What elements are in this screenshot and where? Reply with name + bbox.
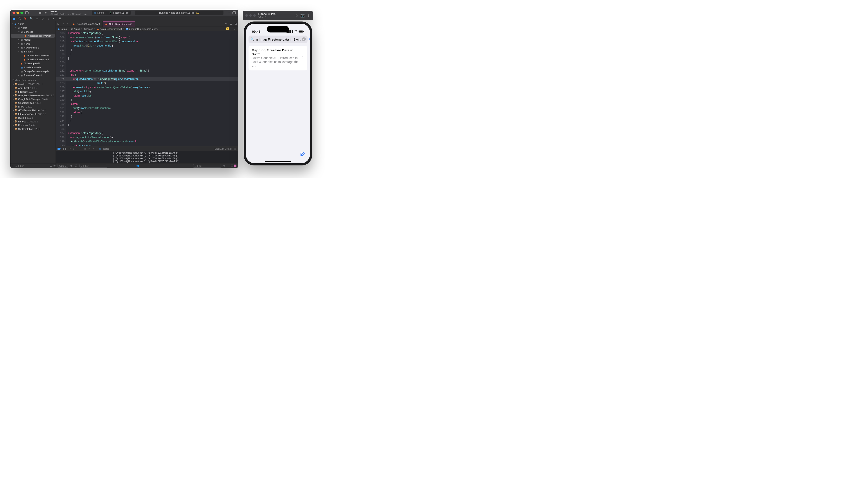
people-icon[interactable]: 👥 — [136, 164, 139, 167]
navigator-tree[interactable]: ▾◉Notes▾▣Notes▾▣Services ◆NotesRepositor… — [10, 21, 56, 163]
tree-item[interactable]: ◆NoteEditScreen.swift — [10, 58, 56, 61]
pause-icon[interactable]: ❚❚ — [63, 148, 67, 150]
run-button[interactable] — [44, 11, 48, 14]
right-panel-toggle-icon[interactable] — [232, 11, 236, 14]
simulator-screen[interactable]: 09:41 ▮▮▮▮ 🔍 n I map Firestone data in S… — [246, 24, 310, 163]
jump-segment[interactable]: Notes — [61, 28, 66, 30]
package-row[interactable]: ▸📦abseil1.2024011601.1 — [10, 82, 56, 86]
package-row[interactable]: ▸📦GoogleAppMeasurement10.24.0 — [10, 93, 56, 97]
package-row[interactable]: ▸📦nanopb2.30910.0 — [10, 120, 56, 123]
tree-item[interactable]: ◆NotesListScreen.swift — [10, 54, 56, 58]
window-traffic-lights[interactable] — [245, 14, 256, 17]
project-root[interactable]: ▾◉Notes — [10, 22, 56, 26]
editor-tab[interactable]: ◆NotesListScreen.swift — [70, 21, 103, 27]
nav-back-icon[interactable]: 〈 — [61, 22, 65, 26]
console-filter[interactable]: ⌕ — [193, 164, 221, 168]
add-editor-icon[interactable]: ⊞ — [234, 22, 238, 25]
memory-graph-icon[interactable]: ⎋ — [84, 148, 86, 150]
plus-icon[interactable]: ＋ — [228, 11, 230, 14]
package-row[interactable]: ▸📦GTMSessionFetcher3.4.1 — [10, 108, 56, 112]
report-navigator-icon[interactable]: ☰ — [58, 17, 61, 20]
add-icon[interactable]: ＋ — [12, 164, 14, 167]
test-navigator-icon[interactable]: ◇ — [41, 17, 44, 20]
step-out-icon[interactable]: ↑ — [76, 148, 78, 150]
code-text[interactable]: extension NotesRepository { func semanti… — [66, 31, 238, 146]
variables-filter-input[interactable] — [84, 165, 106, 167]
debug-target-label[interactable]: Notes — [103, 148, 109, 150]
tree-item[interactable]: ◆NotesApp.swift — [10, 61, 56, 65]
breakpoint-navigator-icon[interactable]: ▸ — [53, 17, 56, 20]
search-result-row[interactable]: Mapping Firestore Data in Swift Swift's … — [248, 45, 307, 70]
clear-icon[interactable]: ✕ — [302, 37, 306, 41]
tree-item[interactable]: ▸▣ViewModifiers — [10, 45, 56, 50]
jump-segment[interactable]: NotesRepository.swift — [100, 28, 122, 30]
debug-pane-toggle[interactable] — [230, 165, 237, 167]
package-row[interactable]: ▸📦GoogleUtilities7.13.1 — [10, 101, 56, 105]
search-input[interactable]: 🔍 n I map Firestone data in Swift ✕ — [248, 36, 308, 43]
warning-icon[interactable]: ! — [226, 27, 229, 30]
package-row[interactable]: ▸📦leveldb1.22.5 — [10, 116, 56, 120]
environment-icon[interactable]: ☀︎ — [88, 148, 90, 150]
bookmark-navigator-icon[interactable]: 🔖 — [24, 17, 27, 20]
share-icon[interactable]: ⇪ — [307, 13, 310, 18]
debug-navigator-icon[interactable]: ⎋ — [47, 17, 50, 20]
debug-console[interactable]: ["GybbVqm9jHoaodmwVpYv", "sJKs4RZ9ibFWi5… — [56, 151, 238, 163]
zoom-icon[interactable] — [253, 14, 256, 17]
variables-filter[interactable]: ⌕ — [80, 164, 107, 168]
jump-segment[interactable]: Notes — [74, 28, 80, 30]
info-icon[interactable]: ⓘ — [75, 164, 77, 167]
jump-segment[interactable]: performQuery(searchTerm:) — [129, 28, 158, 30]
nav-forward-icon[interactable]: 〉 — [65, 22, 70, 26]
eye-icon[interactable]: 👁 — [70, 165, 73, 167]
minimize-icon[interactable] — [249, 14, 252, 17]
jump-segment[interactable]: Services — [84, 28, 93, 30]
breakpoint-toggle-icon[interactable] — [58, 148, 61, 150]
package-row[interactable]: ▸📦Firebase10.24.0 — [10, 90, 56, 93]
minimap-toggle-icon[interactable]: ▭ — [234, 148, 237, 150]
left-panel-toggle-icon[interactable] — [25, 11, 29, 14]
warning-badge[interactable]: ⚠︎ 2 — [196, 12, 199, 14]
recents-icon[interactable]: ☰ — [50, 164, 52, 167]
tree-item[interactable]: ▸▣Preview Content — [10, 73, 56, 77]
tree-item[interactable]: ▦Assets.xcassets — [10, 65, 56, 69]
jump-bar[interactable]: ◉ Notes〉 ▣ Notes〉 Services〉 ◆ NotesRepos… — [56, 27, 238, 31]
screenshot-icon[interactable]: 📷 — [300, 13, 305, 18]
package-row[interactable]: ▸📦SwiftProtobuf1.26.0 — [10, 127, 56, 131]
related-items-icon[interactable]: ⊞ — [56, 22, 61, 26]
home-icon[interactable]: ⌂ — [296, 13, 298, 18]
step-into-icon[interactable]: ↓ — [73, 148, 74, 150]
cancel-button[interactable]: Cancel — [309, 37, 310, 41]
tree-item-selected[interactable]: ◆NotesRepository.swift — [11, 34, 55, 38]
project-navigator-icon[interactable] — [12, 17, 16, 20]
package-row[interactable]: ▸📦Promises2.4.0 — [10, 123, 56, 127]
editor-tab[interactable]: ◆NotesRepository.swift — [103, 21, 135, 27]
tree-item[interactable]: ▾▣Notes — [10, 26, 56, 30]
issue-navigator-icon[interactable]: ⚠︎ — [35, 17, 38, 20]
console-filter-input[interactable] — [197, 165, 219, 167]
debug-3d-icon[interactable]: ⬚ — [80, 148, 82, 150]
prev-issue-icon[interactable]: 〈 — [230, 27, 233, 31]
step-over-icon[interactable]: ↷ — [69, 148, 71, 150]
tree-item[interactable]: ▾▣Services — [10, 30, 56, 34]
auto-variables-selector[interactable]: Auto ⌄ — [58, 164, 68, 168]
source-control-navigator-icon[interactable]: ◯ — [18, 17, 21, 20]
next-issue-icon[interactable]: 〉 — [234, 27, 237, 31]
close-icon[interactable] — [245, 14, 248, 17]
minimize-icon[interactable] — [17, 12, 19, 14]
editor-options-icon[interactable]: ⇆ — [224, 22, 228, 25]
scm-filter-icon[interactable]: ▭ — [53, 164, 56, 167]
package-row[interactable]: ▸📦InteropForGoogle100.0.0 — [10, 112, 56, 116]
location-icon[interactable]: ➤ — [92, 148, 94, 150]
home-indicator[interactable] — [265, 161, 291, 162]
tree-item[interactable]: ▾▣Screens — [10, 50, 56, 54]
zoom-icon[interactable] — [21, 12, 23, 14]
tree-item[interactable]: ▤GoogleService-Info.plist — [10, 69, 56, 73]
package-row[interactable]: ▸📦AppCheck10.19.0 — [10, 86, 56, 90]
close-icon[interactable] — [12, 12, 15, 14]
navigator-filter-input[interactable] — [18, 165, 49, 167]
find-navigator-icon[interactable]: 🔍 — [30, 17, 33, 20]
tree-item[interactable]: ▸▣Views — [10, 42, 56, 45]
trash-icon[interactable]: 🗑 — [223, 165, 226, 167]
tree-item[interactable]: ▸▣Model — [10, 38, 56, 42]
code-editor[interactable]: 1081091151161171181191201211221231241251… — [56, 31, 238, 146]
